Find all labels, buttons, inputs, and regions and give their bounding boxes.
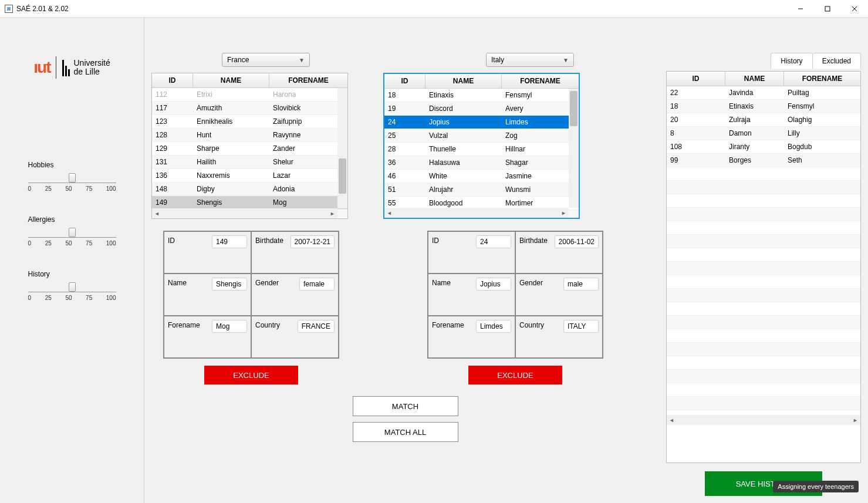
detail-gender: male [563,278,599,291]
scrollbar-horizontal[interactable]: ◄► [152,208,337,218]
table-row[interactable]: 18EtinaxisFensmyl [384,89,579,102]
detail-name: Shengis [212,278,247,291]
detail-id: 149 [212,235,247,248]
slider-label: History [28,270,116,278]
detail-label: Birthdate [519,235,548,245]
col-id[interactable]: ID [384,74,425,88]
table-row [667,343,860,356]
table-row[interactable]: 112EtrixiHarona [152,88,347,102]
scrollbar-horizontal[interactable]: ◄► [667,415,860,425]
svg-rect-1 [825,6,830,11]
table-row[interactable]: 129SharpeZander [152,142,347,156]
table-row[interactable]: 131HailithShelur [152,156,347,169]
table-row[interactable]: 19DiscordAvery [384,102,579,116]
slider-label: Hobbies [28,161,116,169]
detail-birth: 2006-11-02 [555,235,599,248]
sidebar: ıut Universitéde Lille Hobbies 025507510… [0,18,144,503]
table-row[interactable]: 24JopiusLimdes [384,116,579,129]
history-slider[interactable] [28,281,116,292]
table-row [667,248,860,262]
table-row [667,235,860,248]
tab-history[interactable]: History [771,53,812,69]
table-row [667,208,860,221]
col-forename[interactable]: FORENAME [784,72,860,86]
scrollbar-vertical[interactable] [569,89,579,208]
univ-name-1: Université [73,59,110,67]
detail-label: Name [168,278,187,287]
table-row[interactable]: 51AlrujahrWunsmi [384,183,579,197]
detail-forename: Limdes [476,320,511,333]
table-row[interactable]: 136NaxxremisLazar [152,169,347,183]
detail-name: Jopius [476,278,511,291]
country-left-select[interactable]: France ▼ [222,53,310,67]
app-icon [5,5,13,13]
table-row [667,275,860,289]
detail-birth: 2007-12-21 [291,235,335,248]
match-button[interactable]: MATCH [353,396,458,416]
col-forename[interactable]: FORENAME [502,74,579,88]
col-forename[interactable]: FORENAME [269,73,347,87]
table-row[interactable]: 149ShengisMog [152,196,347,210]
allergies-slider[interactable] [28,226,116,238]
tab-excluded[interactable]: Excluded [812,53,861,69]
close-button[interactable] [841,0,868,18]
table-row [667,194,860,208]
table-row[interactable]: 25VulzalZog [384,129,579,143]
detail-label: Birthdate [255,235,283,245]
table-row[interactable]: 108JirantyBogdub [667,140,860,154]
minimize-button[interactable] [787,0,814,18]
table-row[interactable]: 36HalasuwaShagar [384,156,579,170]
table-row[interactable]: 20ZulrajaOlaghig [667,113,860,127]
table-row [667,289,860,302]
detail-gender: female [299,278,335,291]
hobbies-slider[interactable] [28,171,116,183]
univ-name-2: de Lille [73,67,110,76]
table-row[interactable]: 117AmuzithSlovibick [152,102,347,115]
col-id[interactable]: ID [667,72,725,86]
match-all-button[interactable]: MATCH ALL [353,422,458,442]
history-table[interactable]: ID NAME FORENAME 22JavindaPuiltag18Etina… [666,71,861,463]
detail-country: ITALY [563,320,599,333]
table-row [667,302,860,316]
table-row[interactable]: 148DigbyAdonia [152,183,347,196]
chevron-down-icon: ▼ [563,57,569,63]
table-row [667,383,860,397]
scrollbar-vertical[interactable] [337,88,347,208]
detail-label: Forename [432,320,464,329]
col-name[interactable]: NAME [193,73,269,87]
scrollbar-horizontal[interactable]: ◄► [384,208,569,218]
col-name[interactable]: NAME [425,74,502,88]
exclude-right-button[interactable]: EXCLUDE [468,366,562,384]
table-row [667,316,860,329]
detail-label: Country [255,320,280,329]
exclude-left-button[interactable]: EXCLUDE [204,366,298,384]
table-row[interactable]: 46WhiteJasmine [384,170,579,183]
detail-label: Gender [519,278,543,287]
window-title: SAÉ 2.01 & 2.02 [16,5,69,13]
country-right-select[interactable]: Italy ▼ [486,53,574,67]
right-table[interactable]: ID NAME FORENAME 18EtinaxisFensmyl19Disc… [383,73,580,219]
table-row[interactable]: 28ThunelleHillnar [384,143,579,156]
detail-label: Gender [255,278,279,287]
table-row[interactable]: 128HuntRavynne [152,129,347,142]
iut-logo: ıut [33,58,50,77]
detail-country: FRANCE [298,320,335,333]
detail-label: Forename [168,320,200,329]
detail-label: Name [432,278,451,287]
maximize-button[interactable] [814,0,841,18]
table-row[interactable]: 8DamonLilly [667,127,860,140]
table-row[interactable]: 18EtinaxisFensmyl [667,100,860,113]
col-name[interactable]: NAME [725,72,784,86]
left-table[interactable]: ID NAME FORENAME 112EtrixiHarona117Amuzi… [151,73,348,219]
table-row[interactable]: 123EnnikhealisZaifupnip [152,115,347,129]
table-row[interactable]: 99BorgesSeth [667,154,860,167]
table-row [667,181,860,194]
country-left-value: France [227,56,249,64]
slider-label: Allergies [28,215,116,224]
table-row [667,262,860,275]
table-row [667,167,860,181]
col-id[interactable]: ID [152,73,193,87]
table-row[interactable]: 22JavindaPuiltag [667,86,860,100]
detail-label: ID [168,235,175,245]
chevron-down-icon: ▼ [299,57,305,63]
